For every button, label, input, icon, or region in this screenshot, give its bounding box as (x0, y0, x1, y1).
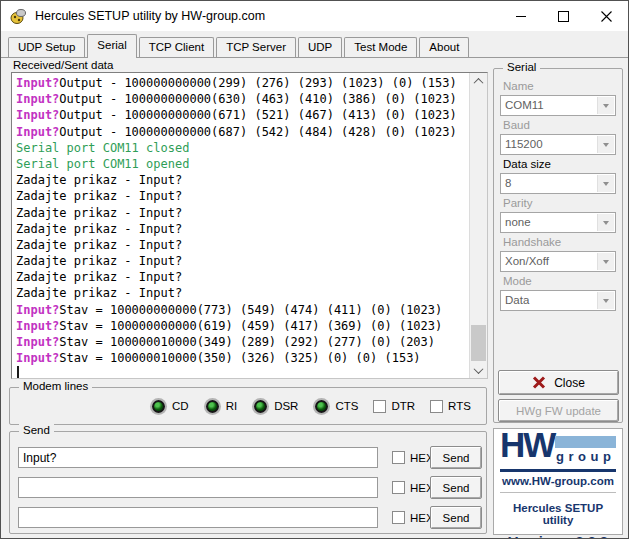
serial-settings-group: Serial NameCOM11Baud115200Data size8Pari… (493, 68, 623, 423)
hex-checkbox-1[interactable] (392, 451, 405, 464)
rts-checkbox[interactable] (430, 400, 443, 413)
parity-combobox[interactable]: none (500, 212, 616, 233)
terminal-scrollbar[interactable] (469, 73, 487, 378)
minimize-button[interactable] (499, 1, 542, 31)
dtr-checkbox[interactable] (373, 400, 386, 413)
terminal-line: Serial port COM11 opened (16, 156, 487, 172)
tab-udp-setup[interactable]: UDP Setup (8, 37, 85, 57)
serial-field-label-mode: Mode (503, 275, 622, 288)
combobox-dropdown-button[interactable] (597, 214, 614, 231)
serial-fields: NameCOM11Baud115200Data size8ParitynoneH… (494, 69, 622, 311)
hex-checkbox-2[interactable] (392, 481, 405, 494)
modem-lines-label: Modem lines (19, 380, 92, 392)
terminal-line: Input?Stav = 100000010000(349) (289) (29… (16, 334, 487, 350)
window-title: Hercules SETUP utility by HW-group.com (35, 9, 499, 23)
data-size-combobox[interactable]: 8 (500, 173, 616, 194)
modem-lines-group: Modem lines CDRIDSRCTSDTRRTS (9, 387, 487, 425)
product-name: Hercules SETUP utility (500, 502, 616, 526)
logo-blue-bar (555, 436, 616, 448)
app-icon (10, 8, 27, 25)
send-input-3[interactable] (18, 507, 378, 528)
chevron-down-icon (603, 182, 609, 186)
minimize-icon (516, 16, 526, 17)
tab-about[interactable]: About (419, 37, 469, 57)
serial-field-label-data-size: Data size (503, 158, 622, 171)
tab-strip: UDP SetupSerialTCP ClientTCP ServerUDPTe… (8, 32, 471, 57)
modem-indicator-dsr: DSR (252, 398, 298, 415)
tab-udp[interactable]: UDP (298, 37, 342, 57)
combobox-dropdown-button[interactable] (597, 253, 614, 270)
terminal-line: Input?Output - 100000000000(671) (521) (… (16, 107, 487, 123)
send-input-2[interactable] (18, 477, 378, 498)
terminal-line: Serial port COM11 closed (16, 140, 487, 156)
rts-toggle[interactable]: RTS (430, 400, 471, 413)
logo-group-text: group (556, 449, 615, 464)
terminal-output[interactable]: Input?Output - 100000000000(299) (276) (… (11, 72, 488, 379)
terminal-line: Input?Stav = 100000010000(350) (326) (32… (16, 350, 487, 366)
handshake-combobox[interactable]: Xon/Xoff (500, 251, 616, 272)
send-button-1[interactable]: Send (430, 446, 482, 469)
terminal-line: Zadajte prikaz - Input? (16, 172, 487, 188)
send-rows: HEXSendHEXSendHEXSend (10, 432, 486, 534)
mode-combobox[interactable]: Data (500, 290, 616, 311)
combobox-dropdown-button[interactable] (597, 97, 614, 114)
chevron-down-icon (474, 364, 484, 374)
terminal-line: Zadajte prikaz - Input? (16, 237, 487, 253)
tab-tcp-server[interactable]: TCP Server (216, 37, 296, 57)
scroll-up-button[interactable] (470, 73, 487, 89)
maximize-button[interactable] (542, 1, 585, 31)
terminal-line: Zadajte prikaz - Input? (16, 285, 487, 301)
terminal-lines: Input?Output - 100000000000(299) (276) (… (12, 73, 487, 366)
tab-serial[interactable]: Serial (87, 34, 136, 58)
send-input-1[interactable] (18, 447, 378, 468)
terminal-line: Zadajte prikaz - Input? (16, 269, 487, 285)
led-label: CD (172, 400, 189, 412)
terminal-line: Input?Output - 100000000000(299) (276) (… (16, 75, 487, 91)
serial-field-label-name: Name (503, 80, 622, 93)
led-label: DSR (274, 400, 298, 412)
serial-field-label-baud: Baud (503, 119, 622, 132)
baud-combobox[interactable]: 115200 (500, 134, 616, 155)
chevron-down-icon (603, 143, 609, 147)
combobox-dropdown-button[interactable] (597, 136, 614, 153)
terminal-line: Zadajte prikaz - Input? (16, 221, 487, 237)
tab-tcp-client[interactable]: TCP Client (139, 37, 214, 57)
titlebar: Hercules SETUP utility by HW-group.com (1, 1, 628, 31)
send-button-2[interactable]: Send (430, 476, 482, 499)
send-group: Send HEXSendHEXSendHEXSend (9, 431, 487, 534)
chevron-down-icon (603, 260, 609, 264)
terminal-line: Zadajte prikaz - Input? (16, 205, 487, 221)
led-label: RI (226, 400, 238, 412)
terminal-line: Zadajte prikaz - Input? (16, 188, 487, 204)
close-window-button[interactable] (585, 1, 628, 31)
chevron-up-icon (474, 77, 484, 87)
hex-checkbox-3[interactable] (392, 511, 405, 524)
close-port-button[interactable]: Close (498, 370, 619, 395)
terminal-line: Input?Output - 100000000000(687) (542) (… (16, 124, 487, 140)
scroll-down-button[interactable] (470, 362, 487, 378)
name-combobox[interactable]: COM11 (500, 95, 616, 116)
received-sent-data-label: Received/Sent data (13, 59, 113, 71)
combobox-dropdown-button[interactable] (597, 175, 614, 192)
website-text: www.HW-group.com (500, 469, 616, 493)
close-icon (601, 11, 612, 22)
dtr-toggle[interactable]: DTR (373, 400, 415, 413)
send-row: HEXSend (10, 444, 486, 474)
modem-indicator-ri: RI (204, 398, 238, 415)
serial-group-label: Serial (503, 61, 540, 73)
tab-test-mode[interactable]: Test Mode (344, 37, 417, 57)
terminal-line: Input?Stav = 100000000000(773) (549) (47… (16, 302, 487, 318)
logo-hw-text: HW (500, 425, 554, 465)
hw-group-branding: HW group www.HW-group.com Hercules SETUP… (493, 428, 623, 535)
led-cts-icon (315, 400, 328, 413)
combobox-dropdown-button[interactable] (597, 292, 614, 309)
close-x-icon (532, 376, 546, 389)
chevron-down-icon (603, 299, 609, 303)
hwg-fw-update-button[interactable]: HWg FW update (498, 399, 619, 422)
checkbox-label: RTS (448, 400, 471, 412)
send-button-3[interactable]: Send (430, 506, 482, 529)
serial-field-label-handshake: Handshake (503, 236, 622, 249)
scrollbar-thumb[interactable] (471, 325, 486, 361)
led-dsr-icon (254, 400, 267, 413)
led-label: CTS (335, 400, 358, 412)
